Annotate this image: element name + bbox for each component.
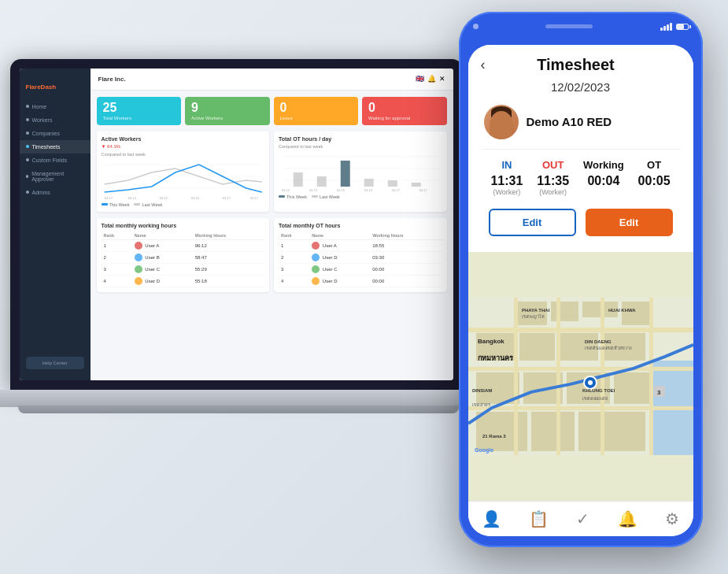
table-row: 3 User C 00:00 [279, 263, 442, 275]
sidebar-item-management[interactable]: Management Approver [20, 167, 91, 186]
ts-col-in: IN 11:31 (Worker) [490, 159, 523, 196]
chart-title-ot: Total OT hours / day [279, 136, 442, 142]
ts-value-out: 11:35 [537, 173, 569, 188]
nav-bell-icon[interactable]: 🔔 [618, 509, 637, 528]
sidebar-item-custom-fields[interactable]: Custom Fields [20, 154, 91, 167]
cell-hours: 96:12 [193, 239, 264, 251]
svg-rect-15 [364, 179, 374, 187]
nav-check-icon[interactable]: ✓ [576, 509, 589, 528]
scene: FlareDash Home Workers Companies [10, 12, 719, 563]
sidebar-dot-home [26, 105, 29, 108]
signal-bar-3 [667, 24, 669, 31]
cell-hours: 00:00 [370, 263, 442, 275]
sidebar-logo-text: FlareDash [26, 83, 57, 91]
svg-rect-26 [516, 302, 547, 325]
nav-person-icon[interactable]: 👤 [482, 509, 501, 528]
phone-screen: ‹ Timesheet 12/02/2023 Demo A10 RED [468, 45, 693, 536]
bell-icon[interactable]: 🔔 [427, 75, 436, 83]
close-icon[interactable]: ✕ [439, 75, 445, 83]
legend-dot-last-week [134, 203, 140, 206]
cell-name: User A [132, 239, 193, 251]
stat-card-waiting: 0 Waiting for approval [362, 97, 447, 125]
svg-text:Google: Google [475, 447, 493, 454]
cell-hours: 00:00 [370, 275, 442, 287]
user-avatar-mini [135, 242, 142, 250]
stat-number-waiting: 0 [368, 102, 441, 114]
user-avatar-mini [135, 277, 142, 285]
sidebar-label-admins: Admins [32, 190, 50, 195]
cell-rank: 4 [279, 275, 309, 287]
legend-last-week-ot: Last Week [312, 194, 340, 199]
sidebar-dot-management [26, 175, 29, 178]
phone-user-row: Demo A10 RED [481, 105, 681, 139]
svg-rect-40 [578, 412, 645, 451]
laptop-base-bottom [18, 406, 459, 413]
svg-text:04-15: 04-15 [159, 196, 168, 200]
cell-name: User D [132, 275, 193, 287]
phone-date: 12/02/2023 [551, 80, 610, 94]
svg-rect-13 [317, 176, 327, 187]
svg-rect-14 [341, 161, 350, 187]
cell-name: User A [309, 239, 370, 251]
sidebar-item-timesheets[interactable]: Timesheets [20, 140, 91, 154]
sidebar-help-label: Help Center [42, 361, 67, 365]
svg-text:DIN DAENG: DIN DAENG [585, 339, 612, 344]
phone-page-title: Timesheet [492, 56, 681, 74]
tables-row: Total monthly working hours Rank Name Wo… [97, 218, 447, 292]
ot-chart-svg: 04-12 04-13 04-15 04-16 04-17 04-17 [279, 149, 442, 192]
svg-text:เขตดินแดง: เขตดินแดง [585, 346, 608, 350]
cell-name: User D [309, 251, 370, 263]
table-row: 4 User D 55:18 [102, 275, 265, 287]
laptop-screen-outer: FlareDash Home Workers Companies [10, 59, 463, 390]
svg-point-49 [588, 380, 593, 385]
ts-value-ot: 00:05 [638, 173, 671, 188]
stat-card-total-workers: 25 Total Workers [97, 97, 182, 125]
cell-rank: 1 [102, 239, 132, 251]
table-title-working: Total monthly working hours [102, 223, 265, 228]
ts-header-in: IN [501, 159, 512, 171]
avatar-face [490, 111, 513, 139]
cell-rank: 3 [102, 263, 132, 275]
sidebar-help-button[interactable]: Help Center [26, 357, 84, 369]
col-hours-ot: Working Hours [370, 231, 442, 240]
svg-text:21 Rama 3: 21 Rama 3 [482, 434, 506, 439]
svg-text:เขตสาทร: เขตสาทร [472, 402, 490, 407]
sidebar-label-workers: Workers [32, 117, 53, 123]
sidebar-item-home[interactable]: Home [20, 100, 91, 113]
svg-text:04-12: 04-12 [282, 188, 290, 192]
table-row: 3 User C 55:29 [102, 263, 265, 275]
col-name-working: Name [132, 231, 193, 240]
sidebar-item-workers[interactable]: Workers [20, 113, 91, 127]
sidebar-label-companies: Companies [32, 131, 60, 136]
cell-name: User C [132, 263, 193, 275]
chart-subtitle-active: ▼ 64.3% [102, 144, 265, 149]
sidebar-item-admins[interactable]: Admins [20, 186, 91, 199]
dashboard-main: Flare Inc. 🇬🇧 🔔 ✕ 25 Total Worker [91, 69, 453, 380]
phone-back-row: ‹ Timesheet [481, 56, 681, 74]
phone-camera [473, 24, 479, 29]
nav-settings-icon[interactable]: ⚙ [665, 509, 679, 528]
stat-card-leave: 0 Leave [274, 97, 359, 125]
sidebar-label-management: Management Approver [31, 171, 83, 182]
svg-rect-44 [514, 298, 518, 455]
signal-icon [660, 23, 672, 31]
phone-bottom-nav: 👤 📋 ✓ 🔔 ⚙ [468, 501, 693, 536]
svg-text:เขตห้วยขวาง: เขตห้วยขวาง [606, 346, 632, 350]
topbar-company-name: Flare Inc. [98, 76, 126, 83]
user-avatar-mini [135, 254, 142, 261]
sidebar-logo: FlareDash [20, 73, 91, 97]
sidebar-item-companies[interactable]: Companies [20, 127, 91, 140]
svg-rect-38 [476, 412, 527, 451]
signal-bar-2 [663, 26, 666, 31]
svg-text:04-13: 04-13 [309, 188, 318, 192]
nav-list-icon[interactable]: 📋 [529, 509, 549, 528]
table-row: 1 User A 96:12 [102, 239, 265, 251]
edit-in-button[interactable]: Edit [489, 209, 576, 236]
laptop-screen-inner: FlareDash Home Workers Companies [20, 69, 453, 380]
edit-out-button[interactable]: Edit [586, 209, 673, 236]
table-ot-hours: Total monthly OT hours Rank Name Working… [274, 218, 447, 292]
svg-rect-12 [294, 172, 303, 187]
svg-rect-17 [412, 183, 421, 187]
back-button[interactable]: ‹ [481, 57, 486, 73]
sidebar-dot-custom-fields [26, 158, 29, 161]
